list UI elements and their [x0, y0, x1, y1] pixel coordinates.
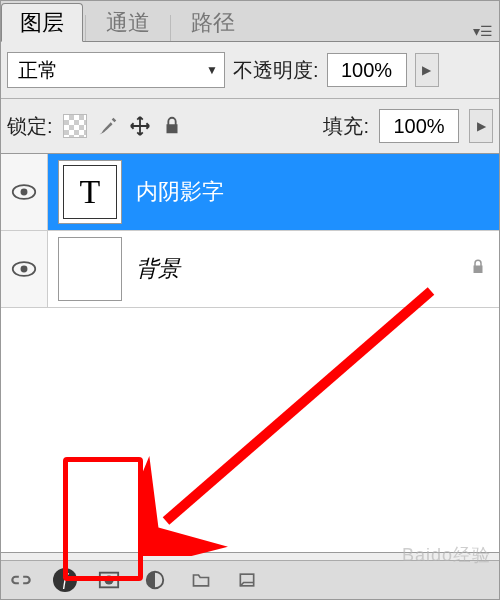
tab-separator — [85, 15, 86, 41]
new-group-icon[interactable] — [187, 566, 215, 594]
lock-label: 锁定: — [7, 113, 53, 140]
fill-label: 填充: — [323, 113, 369, 140]
visibility-toggle[interactable] — [1, 154, 48, 230]
tab-paths[interactable]: 路径 — [173, 4, 253, 41]
layer-name[interactable]: 内阴影字 — [136, 177, 224, 207]
lock-all-icon[interactable] — [161, 115, 183, 137]
svg-point-1 — [21, 189, 28, 196]
blend-opacity-row: 正常 ▼ 不透明度: 100% ▶ — [1, 42, 499, 99]
svg-point-5 — [104, 575, 113, 584]
panel-menu-icon[interactable]: ▾☰ — [473, 23, 491, 41]
lock-transparency-icon[interactable] — [63, 114, 87, 138]
lock-icon — [469, 258, 487, 281]
layer-name[interactable]: 背景 — [136, 254, 180, 284]
blend-mode-select[interactable]: 正常 ▼ — [7, 52, 225, 88]
layer-style-fx-icon[interactable]: f — [53, 568, 77, 592]
tab-channels[interactable]: 通道 — [88, 4, 168, 41]
adjustment-layer-icon[interactable] — [141, 566, 169, 594]
chevron-down-icon: ▼ — [206, 63, 218, 77]
layer-thumbnail-text[interactable]: T — [58, 160, 122, 224]
tab-layers[interactable]: 图层 — [1, 3, 83, 42]
layer-mask-icon[interactable] — [95, 566, 123, 594]
layers-list: T 内阴影字 背景 — [1, 154, 499, 553]
layer-content[interactable]: 背景 — [48, 231, 499, 307]
layer-row[interactable]: 背景 — [1, 231, 499, 308]
layer-row[interactable]: T 内阴影字 — [1, 154, 499, 231]
lock-move-icon[interactable] — [129, 115, 151, 137]
lock-icons-group — [63, 114, 183, 138]
link-layers-icon[interactable] — [7, 566, 35, 594]
fill-input[interactable]: 100% — [379, 109, 459, 143]
tab-separator — [170, 15, 171, 41]
svg-point-3 — [21, 266, 28, 273]
opacity-flyout-button[interactable]: ▶ — [415, 53, 439, 87]
layers-bottom-toolbar: f — [1, 560, 499, 599]
new-layer-icon[interactable] — [233, 566, 261, 594]
lock-brush-icon[interactable] — [97, 115, 119, 137]
blend-mode-value: 正常 — [18, 57, 58, 84]
opacity-input[interactable]: 100% — [327, 53, 407, 87]
fill-flyout-button[interactable]: ▶ — [469, 109, 493, 143]
lock-fill-row: 锁定: 填充: 100% ▶ — [1, 99, 499, 154]
layer-thumbnail[interactable] — [58, 237, 122, 301]
visibility-toggle[interactable] — [1, 231, 48, 307]
layer-content[interactable]: T 内阴影字 — [48, 154, 499, 230]
opacity-label: 不透明度: — [233, 57, 319, 84]
panel-tab-bar: 图层 通道 路径 ▾☰ — [1, 1, 499, 42]
